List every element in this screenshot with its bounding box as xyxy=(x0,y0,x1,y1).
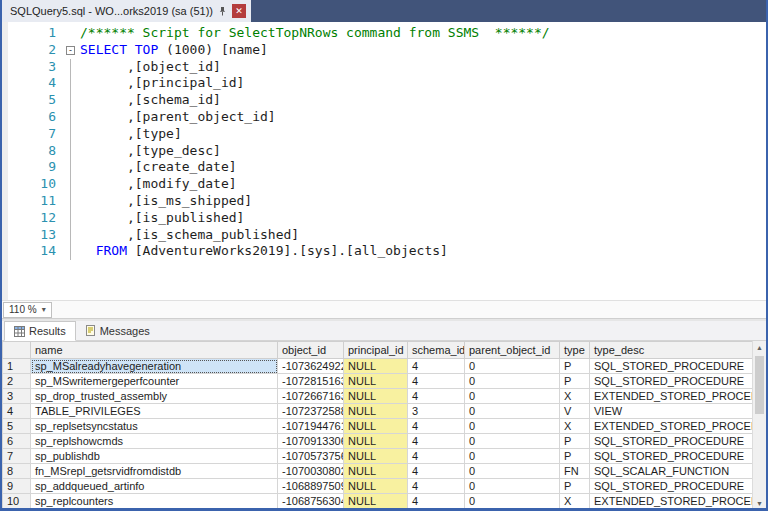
row-header[interactable]: 10 xyxy=(3,494,31,509)
grid-cell[interactable]: X xyxy=(560,494,590,509)
pin-icon[interactable] xyxy=(218,6,227,16)
grid-cell[interactable]: -1072815163 xyxy=(278,374,344,389)
grid-cell[interactable]: SQL_STORED_PROCEDURE xyxy=(590,359,757,374)
row-header[interactable]: 5 xyxy=(3,419,31,434)
row-header[interactable]: 3 xyxy=(3,389,31,404)
column-header-principal_id[interactable]: principal_id xyxy=(344,342,408,359)
grid-cell[interactable]: 3 xyxy=(408,404,465,419)
document-tab[interactable]: SQLQuery5.sql - WO...orks2019 (sa (51)) … xyxy=(2,0,251,22)
results-grid[interactable]: nameobject_idprincipal_idschema_idparent… xyxy=(2,341,757,509)
row-header[interactable]: 4 xyxy=(3,404,31,419)
grid-cell[interactable]: EXTENDED_STORED_PROCEDURE xyxy=(590,419,757,434)
grid-cell[interactable]: X xyxy=(560,389,590,404)
column-header-name[interactable]: name xyxy=(31,342,278,359)
grid-cell[interactable]: -1068756304 xyxy=(278,494,344,509)
close-icon[interactable]: ✕ xyxy=(232,4,246,18)
grid-cell[interactable]: 4 xyxy=(408,419,465,434)
grid-cell[interactable]: sp_replshowcmds xyxy=(31,434,278,449)
grid-cell[interactable]: 4 xyxy=(408,389,465,404)
grid-cell[interactable]: SQL_STORED_PROCEDURE xyxy=(590,434,757,449)
vertical-scrollbar[interactable]: ▲ ▼ xyxy=(752,341,766,511)
grid-cell[interactable]: TABLE_PRIVILEGES xyxy=(31,404,278,419)
grid-cell[interactable]: SQL_STORED_PROCEDURE xyxy=(590,449,757,464)
grid-cell[interactable]: 4 xyxy=(408,434,465,449)
grid-cell[interactable]: P xyxy=(560,434,590,449)
row-header[interactable]: 2 xyxy=(3,374,31,389)
column-header-schema_id[interactable]: schema_id xyxy=(408,342,465,359)
row-header[interactable]: 8 xyxy=(3,464,31,479)
grid-cell[interactable]: SQL_STORED_PROCEDURE xyxy=(590,479,757,494)
grid-cell[interactable]: P xyxy=(560,479,590,494)
grid-cell[interactable]: fn_MSrepl_getsrvidfromdistdb xyxy=(31,464,278,479)
grid-cell[interactable]: 0 xyxy=(465,374,560,389)
row-header[interactable]: 1 xyxy=(3,359,31,374)
grid-cell[interactable]: P xyxy=(560,374,590,389)
grid-cell[interactable]: EXTENDED_STORED_PROCEDURE xyxy=(590,494,757,509)
grid-cell[interactable]: -1073624922 xyxy=(278,359,344,374)
tab-messages[interactable]: Messages xyxy=(76,321,159,340)
grid-cell[interactable]: -1072372588 xyxy=(278,404,344,419)
grid-cell[interactable]: -1070573756 xyxy=(278,449,344,464)
grid-cell[interactable]: sp_drop_trusted_assembly xyxy=(31,389,278,404)
column-header-parent_object_id[interactable]: parent_object_id xyxy=(465,342,560,359)
grid-cell[interactable]: FN xyxy=(560,464,590,479)
grid-cell[interactable]: 4 xyxy=(408,479,465,494)
grid-cell[interactable]: 4 xyxy=(408,374,465,389)
zoom-control[interactable]: 110 % ▾ xyxy=(3,302,52,318)
row-header[interactable]: 9 xyxy=(3,479,31,494)
grid-cell[interactable]: -1070913306 xyxy=(278,434,344,449)
scrollbar-thumb[interactable] xyxy=(755,356,764,414)
grid-cell[interactable]: -1068897509 xyxy=(278,479,344,494)
grid-cell[interactable]: V xyxy=(560,404,590,419)
grid-cell[interactable]: 0 xyxy=(465,389,560,404)
grid-cell[interactable]: 4 xyxy=(408,464,465,479)
grid-cell[interactable]: NULL xyxy=(344,404,408,419)
grid-cell[interactable]: NULL xyxy=(344,464,408,479)
grid-cell[interactable]: 0 xyxy=(465,479,560,494)
grid-cell[interactable]: EXTENDED_STORED_PROCEDURE xyxy=(590,389,757,404)
grid-cell[interactable]: NULL xyxy=(344,434,408,449)
grid-cell[interactable]: 0 xyxy=(465,464,560,479)
scroll-down-icon[interactable]: ▼ xyxy=(753,497,766,511)
row-header[interactable]: 6 xyxy=(3,434,31,449)
grid-cell[interactable]: VIEW xyxy=(590,404,757,419)
grid-cell[interactable]: NULL xyxy=(344,479,408,494)
column-header-type[interactable]: type xyxy=(560,342,590,359)
grid-cell[interactable]: 0 xyxy=(465,449,560,464)
grid-cell[interactable]: sp_replsetsyncstatus xyxy=(31,419,278,434)
grid-cell[interactable]: NULL xyxy=(344,389,408,404)
grid-cell[interactable]: 0 xyxy=(465,434,560,449)
grid-cell[interactable]: sp_addqueued_artinfo xyxy=(31,479,278,494)
column-header-type_desc[interactable]: type_desc xyxy=(590,342,757,359)
grid-cell[interactable]: -1070030802 xyxy=(278,464,344,479)
grid-cell[interactable]: 4 xyxy=(408,494,465,509)
grid-cell[interactable]: SQL_STORED_PROCEDURE xyxy=(590,374,757,389)
scroll-up-icon[interactable]: ▲ xyxy=(753,341,766,355)
sql-editor[interactable]: 1/****** Script for SelectTopNRows comma… xyxy=(2,22,766,300)
grid-cell[interactable]: NULL xyxy=(344,494,408,509)
row-header[interactable]: 7 xyxy=(3,449,31,464)
grid-cell[interactable]: sp_MSalreadyhavegeneration xyxy=(31,359,278,374)
grid-cell[interactable]: -1072667163 xyxy=(278,389,344,404)
tab-results[interactable]: Results xyxy=(4,321,76,341)
grid-cell[interactable]: X xyxy=(560,419,590,434)
grid-cell[interactable]: 0 xyxy=(465,494,560,509)
grid-cell[interactable]: 4 xyxy=(408,359,465,374)
grid-cell[interactable]: P xyxy=(560,449,590,464)
grid-cell[interactable]: -1071944761 xyxy=(278,419,344,434)
collapse-toggle-icon[interactable]: - xyxy=(66,46,75,55)
grid-cell[interactable]: 0 xyxy=(465,359,560,374)
grid-cell[interactable]: P xyxy=(560,359,590,374)
grid-cell[interactable]: 0 xyxy=(465,404,560,419)
grid-corner-header[interactable] xyxy=(3,342,31,359)
grid-cell[interactable]: sp_replcounters xyxy=(31,494,278,509)
column-header-object_id[interactable]: object_id xyxy=(278,342,344,359)
grid-cell[interactable]: NULL xyxy=(344,449,408,464)
grid-cell[interactable]: SQL_SCALAR_FUNCTION xyxy=(590,464,757,479)
grid-cell[interactable]: NULL xyxy=(344,359,408,374)
grid-cell[interactable]: sp_publishdb xyxy=(31,449,278,464)
grid-cell[interactable]: 4 xyxy=(408,449,465,464)
grid-cell[interactable]: NULL xyxy=(344,374,408,389)
grid-cell[interactable]: sp_MSwritemergeperfcounter xyxy=(31,374,278,389)
grid-cell[interactable]: NULL xyxy=(344,419,408,434)
